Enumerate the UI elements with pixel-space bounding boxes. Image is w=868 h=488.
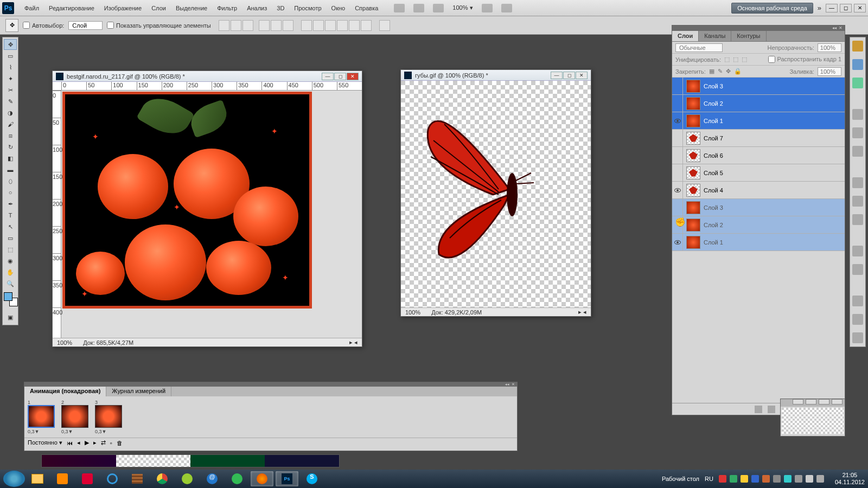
first-frame-button[interactable]: ⏮ [67, 440, 73, 446]
nav-btn[interactable] [806, 399, 816, 404]
unify-icon[interactable]: ⬚ [742, 56, 747, 63]
menu-item[interactable]: Просмотр [289, 3, 326, 14]
explorer-icon[interactable] [26, 471, 49, 486]
blend-mode-dropdown[interactable]: Обычные [675, 43, 723, 52]
align-icon[interactable] [231, 20, 241, 31]
close-button[interactable]: ✕ [854, 4, 866, 12]
loop-dropdown[interactable]: Постоянно ▾ [28, 439, 62, 446]
media-player-icon[interactable] [51, 471, 74, 486]
layer-thumbnail[interactable] [686, 149, 700, 162]
eraser-tool[interactable]: ◧ [4, 153, 17, 164]
visibility-toggle[interactable] [672, 78, 683, 94]
mail-icon[interactable]: @ [201, 471, 224, 486]
panel-icon[interactable] [852, 296, 863, 306]
visibility-toggle[interactable] [672, 182, 683, 198]
app-icon[interactable] [226, 471, 248, 486]
visibility-toggle[interactable] [672, 164, 683, 181]
path-tool[interactable]: ↖ [4, 221, 17, 232]
hand-tool[interactable]: ✋ [4, 267, 17, 278]
lock-icon[interactable]: ✥ [726, 68, 731, 75]
animation-frame[interactable]: 20,3▼ [61, 400, 91, 434]
distribute-icon[interactable] [361, 20, 372, 31]
layer-name[interactable]: Слой 5 [704, 170, 723, 176]
distribute-icon[interactable] [301, 20, 312, 31]
align-icon[interactable] [242, 20, 253, 31]
panel-icon[interactable] [852, 214, 863, 225]
menu-item[interactable]: Окно [327, 3, 350, 14]
prev-frame-button[interactable]: ◂ [77, 439, 80, 446]
layer-thumbnail[interactable] [686, 184, 700, 197]
close-button[interactable]: ✕ [576, 72, 588, 79]
frame-delay[interactable]: 0,3▼ [61, 429, 91, 434]
marquee-tool[interactable]: ▭ [4, 50, 17, 61]
visibility-toggle[interactable] [672, 112, 683, 129]
crop-tool[interactable]: ✂ [4, 85, 17, 95]
start-button[interactable] [3, 471, 25, 487]
tray-icon[interactable] [795, 475, 802, 483]
chrome-icon[interactable] [151, 471, 174, 486]
layer-row[interactable]: Слой 2 [672, 216, 845, 234]
eyedropper-tool[interactable]: ✎ [4, 96, 17, 107]
layer-name[interactable]: Слой 1 [704, 118, 723, 124]
panel-tab[interactable]: Каналы [699, 31, 731, 41]
propagate-checkbox[interactable]: Распространить кадр 1 [768, 56, 841, 63]
distribute-icon[interactable] [337, 20, 348, 31]
menu-item[interactable]: Выделение [171, 3, 212, 14]
dodge-tool[interactable]: ○ [4, 187, 17, 198]
layer-name[interactable]: Слой 6 [704, 152, 723, 159]
ruler-horizontal[interactable]: 050100150200250300350400450500550 [53, 82, 362, 91]
tray-icon[interactable] [762, 475, 770, 483]
photoshop-taskbar-icon[interactable]: Ps [276, 471, 298, 486]
layer-name[interactable]: Слой 3 [704, 83, 723, 89]
lasso-tool[interactable]: ⌇ [4, 62, 17, 73]
layer-row[interactable]: Слой 1 [672, 234, 845, 251]
nav-btn[interactable] [819, 399, 829, 404]
layer-thumbnail[interactable] [686, 114, 700, 127]
ie-icon[interactable] [101, 471, 124, 486]
frame-delay[interactable]: 0,3▼ [28, 429, 57, 434]
panel-tab[interactable]: Слои [672, 31, 699, 41]
toolbar-icon[interactable] [394, 4, 405, 12]
align-icon[interactable] [219, 20, 229, 31]
tray-icon[interactable] [751, 475, 759, 483]
animation-tab[interactable]: Журнал измерений [106, 387, 171, 396]
tray-icon[interactable] [719, 475, 726, 483]
menu-item[interactable]: Справка [350, 3, 383, 14]
next-frame-button[interactable]: ▸ [93, 439, 97, 446]
menu-item[interactable]: 3D [272, 3, 289, 14]
ruler-vertical[interactable]: 050100150200250300350400 [53, 91, 61, 338]
panel-icon[interactable] [852, 196, 863, 207]
auto-align-icon[interactable] [379, 20, 390, 31]
layer-name[interactable]: Слой 2 [704, 100, 723, 107]
layer-thumbnail[interactable] [686, 97, 700, 110]
minimize-button[interactable]: — [826, 4, 838, 12]
distribute-icon[interactable] [313, 20, 324, 31]
animation-frame[interactable]: 30,3▼ [95, 400, 124, 434]
stamp-tool[interactable]: ⧇ [4, 130, 17, 141]
3d-camera-tool[interactable]: ◉ [4, 255, 17, 266]
panel-icon[interactable] [852, 41, 863, 52]
panel-icon[interactable] [852, 127, 863, 138]
visibility-toggle[interactable] [672, 234, 683, 251]
tray-icon[interactable] [741, 475, 748, 483]
layer-name[interactable]: Слой 7 [704, 135, 723, 142]
language-indicator[interactable]: RU [705, 476, 713, 482]
layer-thumbnail[interactable] [686, 166, 700, 179]
zoom-level[interactable]: 100% [57, 339, 72, 346]
layer-row[interactable]: Слой 3 [672, 199, 845, 216]
navigator-canvas[interactable] [782, 408, 844, 434]
distribute-icon[interactable] [325, 20, 336, 31]
animation-frame[interactable]: 10,3▼ [28, 400, 57, 434]
play-button[interactable]: ▶ [85, 439, 89, 446]
panel-icon[interactable] [852, 177, 863, 188]
menu-item[interactable]: Фильтр [212, 3, 242, 14]
distribute-icon[interactable] [349, 20, 360, 31]
layer-row[interactable]: Слой 1 [672, 112, 845, 130]
layer-name[interactable]: Слой 2 [704, 222, 723, 228]
unify-icon[interactable]: ⬚ [724, 56, 730, 63]
blur-tool[interactable]: ⬯ [4, 176, 17, 187]
toolbar-icon[interactable] [482, 4, 493, 12]
firefox-icon[interactable] [251, 471, 273, 486]
zoom-dropdown[interactable]: 100% ▾ [452, 4, 473, 11]
maximize-button[interactable]: ◻ [334, 73, 346, 80]
